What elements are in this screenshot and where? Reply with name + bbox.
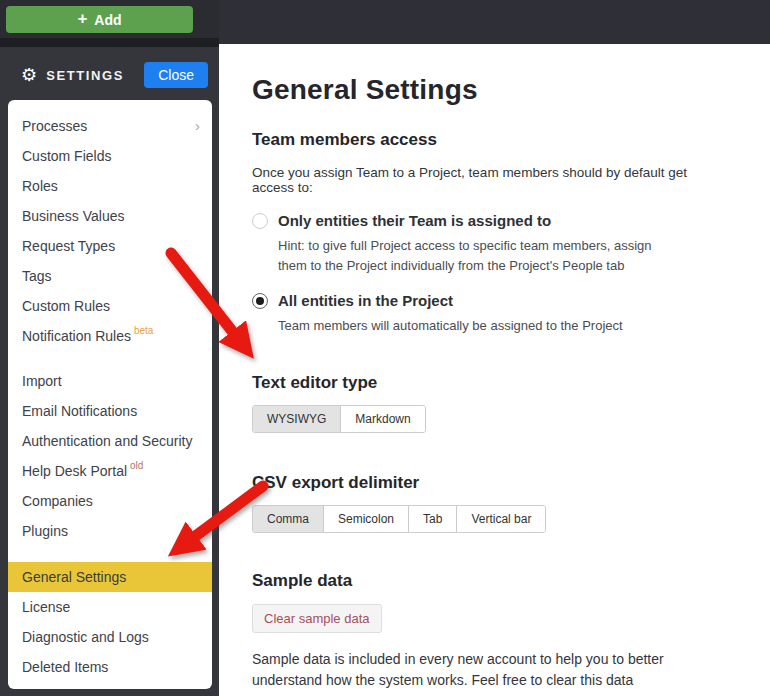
segment-semicolon[interactable]: Semicolon (323, 506, 408, 532)
team-access-intro: Once you assign Team to a Project, team … (252, 165, 730, 195)
radio-option-hint: Hint: to give full Project access to spe… (278, 236, 670, 275)
add-button[interactable]: + Add (6, 6, 193, 33)
segment-wysiwyg[interactable]: WYSIWYG (253, 406, 340, 432)
sidebar-item-custom-rules[interactable]: Custom Rules (8, 291, 212, 321)
radio-option-team-entities[interactable]: Only entities their Team is assigned to (252, 212, 730, 229)
settings-header: ⚙ SETTINGS Close (0, 60, 219, 90)
main-content: General Settings Team members access Onc… (219, 0, 770, 696)
sidebar-item-request-types[interactable]: Request Types (8, 231, 212, 261)
sidebar-item-help-desk-portal[interactable]: Help Desk Portal old (8, 456, 212, 486)
csv-delimiter-segmented-control: Comma Semicolon Tab Vertical bar (252, 505, 546, 533)
sidebar-item-deleted-items[interactable]: Deleted Items (8, 652, 212, 682)
settings-sidebar: + Add ⚙ SETTINGS Close Processes › Custo… (0, 0, 219, 696)
page-title: General Settings (252, 44, 730, 106)
segment-tab[interactable]: Tab (408, 506, 456, 532)
app-root: + Add ⚙ SETTINGS Close Processes › Custo… (0, 0, 770, 696)
segment-comma[interactable]: Comma (253, 506, 323, 532)
close-button[interactable]: Close (144, 62, 208, 88)
sample-data-description: Sample data is included in every new acc… (252, 649, 664, 696)
top-bar (219, 0, 770, 44)
radio-option-all-entities[interactable]: All entities in the Project (252, 292, 730, 309)
sidebar-item-authentication-security[interactable]: Authentication and Security (8, 426, 212, 456)
segment-markdown[interactable]: Markdown (340, 406, 424, 432)
toolbar-divider (0, 38, 219, 47)
settings-title: SETTINGS (46, 68, 144, 83)
general-settings-page: General Settings Team members access Onc… (219, 44, 770, 696)
sidebar-item-diagnostic-logs[interactable]: Diagnostic and Logs (8, 622, 212, 652)
plus-icon: + (77, 10, 87, 27)
beta-badge: beta (134, 316, 153, 346)
sample-data-heading: Sample data (252, 571, 730, 591)
csv-delimiter-heading: CSV export delimiter (252, 473, 730, 493)
team-access-heading: Team members access (252, 130, 730, 150)
menu-group-gap (8, 351, 212, 366)
old-badge: old (130, 451, 143, 481)
sidebar-item-roles[interactable]: Roles (8, 171, 212, 201)
sidebar-item-custom-fields[interactable]: Custom Fields (8, 141, 212, 171)
segment-vertical-bar[interactable]: Vertical bar (456, 506, 545, 532)
sidebar-item-import[interactable]: Import (8, 366, 212, 396)
gear-icon: ⚙ (21, 66, 37, 84)
menu-group-gap (8, 546, 212, 562)
clear-sample-data-button[interactable]: Clear sample data (252, 604, 382, 633)
sidebar-item-email-notifications[interactable]: Email Notifications (8, 396, 212, 426)
sidebar-item-plugins[interactable]: Plugins (8, 516, 212, 546)
text-editor-segmented-control: WYSIWYG Markdown (252, 405, 426, 433)
sidebar-item-processes[interactable]: Processes › (8, 111, 212, 141)
chevron-right-icon: › (195, 111, 200, 141)
sidebar-item-license[interactable]: License (8, 592, 212, 622)
sidebar-item-notification-rules[interactable]: Notification Rules beta (8, 321, 212, 351)
text-editor-heading: Text editor type (252, 373, 730, 393)
sidebar-item-general-settings[interactable]: General Settings (8, 562, 212, 592)
settings-menu-panel: Processes › Custom Fields Roles Business… (8, 100, 212, 689)
radio-button-selected[interactable] (252, 293, 268, 309)
sidebar-item-tags[interactable]: Tags (8, 261, 212, 291)
radio-button-unselected[interactable] (252, 213, 268, 229)
radio-option-hint: Team members will automatically be assig… (278, 316, 670, 336)
sidebar-item-business-values[interactable]: Business Values (8, 201, 212, 231)
sidebar-item-companies[interactable]: Companies (8, 486, 212, 516)
add-button-label: Add (94, 12, 121, 28)
